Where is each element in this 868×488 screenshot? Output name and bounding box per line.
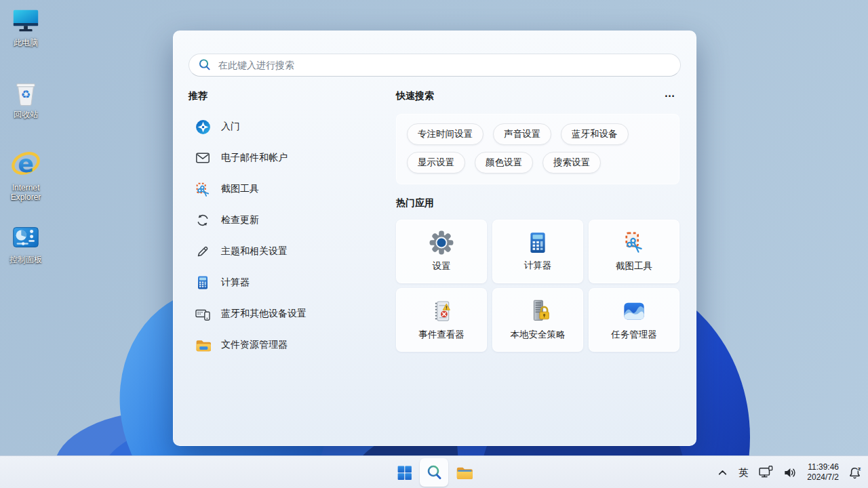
app-tile-event-viewer[interactable]: 事件查看器 [396,288,487,352]
search-icon [425,464,443,481]
quick-search-chip[interactable]: 搜索设置 [542,152,601,174]
snipping-tool-icon [622,230,646,255]
bluetooth-devices-icon [194,305,212,323]
recommended-list: 入门 电子邮件和帐户 截图工具 [189,111,372,361]
app-tile-label: 本地安全策略 [511,329,566,341]
search-flyout-panel: 推荐 快速搜索 … 入门 电子 [173,30,696,446]
app-tile-label: 计算器 [524,260,552,272]
taskbar: 英 11:39:46 2024/7/2 [0,455,868,488]
notification-bell-dnd-icon: z [848,466,862,480]
tray-ime-indicator[interactable]: 英 [735,459,751,486]
event-viewer-icon [429,299,454,323]
recommended-item-calculator[interactable]: 计算器 [189,267,372,298]
taskbar-center [390,456,478,488]
recommended-title: 推荐 [189,90,208,102]
desktop-icon-label: Internet Explorer [0,183,52,202]
tray-clock[interactable]: 11:39:46 2024/7/2 [805,459,841,486]
search-taskbar-button[interactable] [420,458,448,487]
quick-search-chip[interactable]: 专注时间设置 [407,123,484,145]
tray-volume[interactable] [781,459,800,486]
quick-search-more-button[interactable]: … [660,89,679,103]
svg-text:e: e [18,150,34,178]
recommended-item-get-started[interactable]: 入门 [189,111,372,142]
recommended-item-label: 计算器 [221,277,250,289]
recommended-item-label: 截图工具 [221,183,259,195]
get-started-icon [194,118,212,136]
top-apps-title: 热门应用 [396,197,434,209]
clock-date: 2024/7/2 [807,472,839,483]
desktop-icon-label: 控制面板 [9,255,42,264]
recommended-item-bluetooth-devices[interactable]: 蓝牙和其他设备设置 [189,298,372,329]
file-explorer-icon [455,464,473,482]
clock-time: 11:39:46 [807,462,839,472]
recommended-item-file-explorer[interactable]: 文件资源管理器 [189,329,372,361]
internet-explorer-icon: e [8,146,43,182]
desktop-icon-recycle-bin[interactable]: ♻ 回收站 [0,77,52,119]
app-tile-settings[interactable]: 设置 [396,220,487,283]
app-tile-label: 设置 [433,260,451,272]
svg-text:z: z [858,466,861,472]
top-apps-grid: 设置 计算器 [396,220,681,352]
recommended-item-label: 检查更新 [221,214,259,226]
system-tray: 英 11:39:46 2024/7/2 [714,456,864,488]
mail-icon [194,149,212,167]
app-tile-snipping-tool[interactable]: 截图工具 [589,220,679,283]
tray-notifications[interactable]: z [846,459,864,486]
recommended-item-label: 蓝牙和其他设备设置 [221,308,307,320]
search-box[interactable] [189,54,681,77]
calculator-icon [526,231,549,254]
recommended-item-themes[interactable]: 主题和相关设置 [189,236,372,267]
app-tile-label: 事件查看器 [418,329,465,341]
recommended-item-mail[interactable]: 电子邮件和帐户 [189,142,372,174]
tray-chevron-up[interactable] [714,459,730,486]
desktop-icon-control-panel[interactable]: 控制面板 [0,222,52,264]
recommended-item-label: 入门 [221,121,240,133]
desktop-icon-internet-explorer[interactable]: e Internet Explorer [0,146,52,202]
app-tile-task-manager[interactable]: 任务管理器 [589,288,679,352]
recommended-item-check-updates[interactable]: 检查更新 [189,205,372,236]
search-input[interactable] [218,60,672,70]
recommended-item-snipping-tool[interactable]: 截图工具 [189,174,372,205]
app-tile-local-security-policy[interactable]: 本地安全策略 [492,288,583,352]
search-icon [197,58,212,73]
quick-search-title: 快速搜索 [396,90,434,102]
control-panel-icon [10,222,41,253]
quick-search-chip[interactable]: 颜色设置 [475,152,533,174]
snipping-tool-icon [194,180,212,198]
this-pc-icon [10,5,41,37]
quick-search-chip[interactable]: 显示设置 [407,152,465,174]
app-tile-label: 截图工具 [616,260,652,272]
svg-text:♻: ♻ [21,88,31,101]
app-tile-label: 任务管理器 [611,329,657,341]
calculator-icon [194,274,212,291]
start-icon [396,464,413,481]
file-explorer-icon [194,336,212,354]
start-button[interactable] [390,458,418,487]
chevron-up-icon [717,467,728,479]
recommended-item-label: 文件资源管理器 [221,339,288,351]
recommended-item-label: 电子邮件和帐户 [221,152,288,164]
local-security-policy-icon [526,299,550,323]
desktop-icon-this-pc[interactable]: 此电脑 [0,5,52,47]
quick-search-chip[interactable]: 声音设置 [493,123,551,145]
desktop-icon-label: 此电脑 [14,38,38,47]
file-explorer-taskbar-button[interactable] [450,458,478,487]
recycle-bin-icon: ♻ [10,77,41,108]
task-manager-icon [622,299,646,323]
tray-network[interactable] [756,459,776,486]
ime-label: 英 [738,466,749,479]
desktop-icon-label: 回收站 [14,110,38,119]
quick-search-card: 专注时间设置 声音设置 蓝牙和设备 显示设置 颜色设置 搜索设置 [396,114,679,184]
theme-pen-icon [194,243,212,260]
check-updates-icon [194,211,212,229]
app-tile-calculator[interactable]: 计算器 [492,220,583,283]
recommended-item-label: 主题和相关设置 [221,245,288,258]
network-ethernet-icon [758,465,774,481]
settings-gear-icon [429,230,454,255]
speaker-icon [783,465,798,481]
quick-search-chip[interactable]: 蓝牙和设备 [561,123,629,145]
